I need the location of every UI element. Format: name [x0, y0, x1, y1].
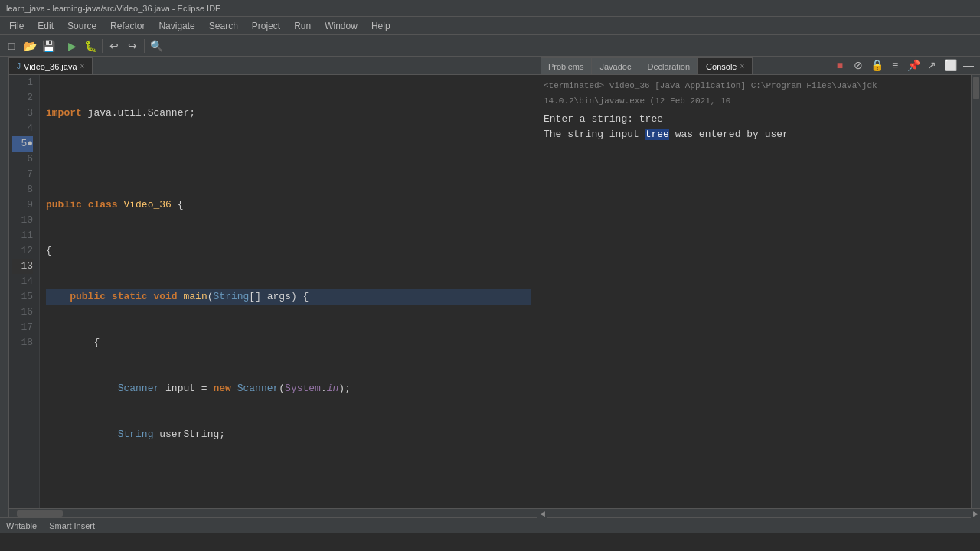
- writable-status: Writable: [6, 521, 37, 530]
- toolbar-sep-2: [102, 39, 103, 53]
- code-area[interactable]: 1 2 3 4 5● 6 7 8 9 10 11 12 13 14 15 16 …: [9, 75, 537, 508]
- editor-hscrollbar[interactable]: [9, 508, 537, 517]
- tab-label: Video_36.java: [24, 62, 77, 71]
- code-line-2: [46, 152, 531, 167]
- console-scroll-area: <terminated> Video_36 [Java Application]…: [537, 75, 980, 508]
- code-line-3: public class Video_36 {: [46, 197, 531, 213]
- debug-button[interactable]: 🐛: [82, 37, 99, 54]
- terminated-text: <terminated> Video_36 [Java Application]…: [544, 78, 965, 109]
- console-line-1: Enter a string: tree: [544, 112, 965, 127]
- declaration-label: Declaration: [647, 62, 690, 71]
- toolbar: □ 📂 💾 ▶ 🐛 ↩ ↪ 🔍: [0, 35, 980, 57]
- main-area: J Video_36.java × 1 2 3 4 5● 6 7 8 9 10 …: [0, 57, 980, 517]
- tab-problems[interactable]: Problems: [541, 57, 592, 74]
- tab-icon: J: [17, 62, 21, 70]
- tab-declaration[interactable]: Declaration: [639, 57, 698, 74]
- console-hscrollbar[interactable]: ◀ ▶: [537, 508, 980, 517]
- menu-source[interactable]: Source: [61, 19, 103, 33]
- tab-close-icon[interactable]: ×: [80, 62, 85, 70]
- search-button[interactable]: 🔍: [148, 37, 165, 54]
- editor-panel: J Video_36.java × 1 2 3 4 5● 6 7 8 9 10 …: [9, 57, 537, 517]
- menu-search[interactable]: Search: [203, 19, 244, 33]
- code-line-7: Scanner input = new Scanner(System.in);: [46, 381, 531, 396]
- code-line-1: import java.util.Scanner;: [46, 106, 531, 121]
- scroll-right-btn[interactable]: ▶: [971, 509, 980, 518]
- hscroll-track[interactable]: [9, 510, 537, 517]
- tab-javadoc[interactable]: Javadoc: [592, 57, 639, 74]
- menu-run[interactable]: Run: [288, 19, 317, 33]
- console-vscrollbar[interactable]: [971, 75, 980, 508]
- javadoc-label: Javadoc: [599, 62, 631, 71]
- code-line-4: {: [46, 243, 531, 259]
- menu-edit[interactable]: Edit: [31, 19, 60, 33]
- console-close-icon[interactable]: ×: [740, 62, 744, 70]
- toolbar-sep-1: [60, 39, 60, 53]
- new-button[interactable]: □: [3, 37, 20, 54]
- run-button[interactable]: ▶: [64, 37, 80, 54]
- title-bar: learn_java - learning-java/src/Video_36.…: [0, 0, 980, 17]
- pin-console-button[interactable]: 📌: [905, 57, 922, 73]
- menu-bar: File Edit Source Refactor Navigate Searc…: [0, 17, 980, 35]
- code-line-9: [46, 473, 531, 488]
- tab-console[interactable]: Console ×: [698, 57, 753, 74]
- editor-tab-video36[interactable]: J Video_36.java ×: [9, 57, 93, 74]
- vscroll-thumb[interactable]: [973, 77, 979, 99]
- console-label: Console: [706, 62, 737, 71]
- menu-help[interactable]: Help: [365, 19, 397, 33]
- scroll-lock-button[interactable]: 🔒: [868, 57, 885, 73]
- menu-file[interactable]: File: [3, 19, 30, 33]
- menu-refactor[interactable]: Refactor: [104, 19, 151, 33]
- undo-button[interactable]: ↩: [106, 37, 122, 54]
- status-bar: Writable Smart Insert: [0, 517, 980, 533]
- code-content[interactable]: import java.util.Scanner; public class V…: [40, 75, 537, 508]
- console-toolbar: ■ ⊘ 🔒 ≡ 📌 ↗ ⬜ —: [828, 56, 980, 74]
- menu-project[interactable]: Project: [246, 19, 286, 33]
- word-wrap-button[interactable]: ≡: [887, 57, 903, 73]
- right-panel: Problems Javadoc Declaration Console × ■…: [537, 57, 980, 517]
- open-button[interactable]: 📂: [21, 37, 38, 54]
- left-gutter: [0, 57, 9, 517]
- editor-tab-bar: J Video_36.java ×: [9, 57, 537, 75]
- problems-label: Problems: [548, 62, 583, 71]
- code-line-5: public static void main(String[] args) {: [46, 289, 531, 305]
- code-line-6: {: [46, 335, 531, 350]
- save-button[interactable]: 💾: [40, 37, 57, 54]
- code-line-8: String userString;: [46, 427, 531, 442]
- open-console-button[interactable]: ↗: [923, 57, 940, 73]
- toolbar-sep-3: [144, 39, 145, 53]
- minimize-view-button[interactable]: —: [960, 57, 977, 73]
- right-tab-bar: Problems Javadoc Declaration Console × ■…: [537, 57, 980, 75]
- menu-window[interactable]: Window: [318, 19, 364, 33]
- menu-navigate[interactable]: Navigate: [152, 19, 201, 33]
- insert-mode-status: Smart Insert: [49, 521, 95, 530]
- terminate-button[interactable]: ■: [831, 57, 848, 73]
- maximize-button[interactable]: ⬜: [942, 57, 959, 73]
- redo-button[interactable]: ↪: [124, 37, 141, 54]
- hscroll-thumb[interactable]: [17, 510, 63, 517]
- clear-console-button[interactable]: ⊘: [850, 57, 867, 73]
- console-output: <terminated> Video_36 [Java Application]…: [537, 75, 971, 508]
- highlighted-tree: tree: [645, 129, 669, 140]
- console-line-2: The string input tree was entered by use…: [544, 127, 965, 142]
- scroll-left-btn[interactable]: ◀: [537, 509, 547, 518]
- title-text: learn_java - learning-java/src/Video_36.…: [6, 4, 220, 13]
- console-hscroll-track[interactable]: [547, 510, 971, 517]
- line-numbers: 1 2 3 4 5● 6 7 8 9 10 11 12 13 14 15 16 …: [9, 75, 40, 508]
